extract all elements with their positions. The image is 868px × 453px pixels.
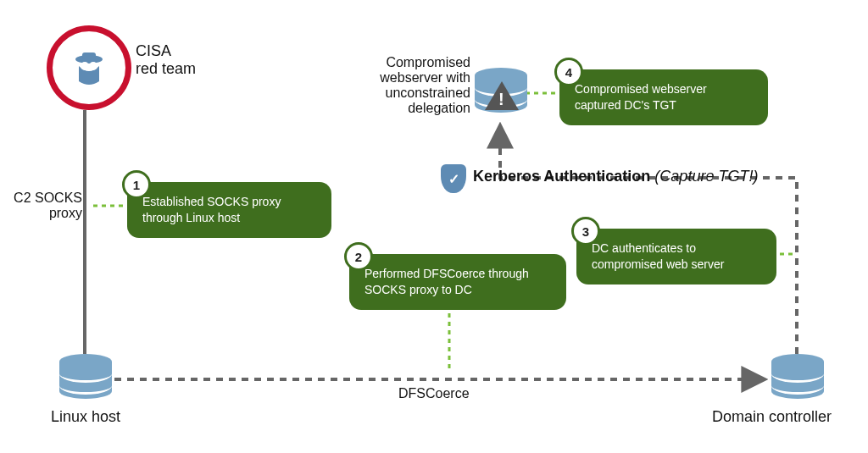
step-2-badge: 2 bbox=[344, 242, 373, 271]
step-3-badge: 3 bbox=[571, 217, 600, 246]
node-compromised-webserver bbox=[475, 68, 527, 115]
step-1-box: Established SOCKS proxy through Linux ho… bbox=[127, 182, 331, 238]
database-icon bbox=[771, 354, 824, 401]
database-icon bbox=[59, 354, 112, 401]
svg-point-8 bbox=[81, 63, 88, 69]
step-4: 4 Compromised webserver captured DC's TG… bbox=[559, 69, 768, 125]
shield-check-icon: ✓ bbox=[441, 164, 466, 193]
warning-icon bbox=[485, 81, 519, 110]
threat-actor-icon bbox=[47, 25, 131, 110]
kerberos-strong: Kerberos Authentication bbox=[473, 168, 650, 185]
node-domain-controller bbox=[771, 354, 824, 401]
step-3-box: DC authenticates to compromised web serv… bbox=[576, 229, 776, 285]
step-4-box: Compromised webserver captured DC's TGT bbox=[559, 69, 768, 125]
actor-label: CISA red team bbox=[136, 42, 196, 78]
step-2: 2 Performed DFSCoerce through SOCKS prox… bbox=[349, 254, 566, 310]
edge-label-dfscoerce: DFSCoerce bbox=[398, 386, 470, 401]
step-3: 3 DC authenticates to compromised web se… bbox=[576, 229, 776, 285]
svg-point-9 bbox=[90, 63, 97, 69]
kerberos-note: (Capture TGT!) bbox=[650, 168, 758, 185]
diagram-stage: CISA red team C2 SOCKS proxy 1 Establish… bbox=[0, 0, 868, 453]
step-4-badge: 4 bbox=[554, 58, 583, 86]
step-2-box: Performed DFSCoerce through SOCKS proxy … bbox=[349, 254, 566, 310]
svg-rect-7 bbox=[82, 52, 96, 59]
label-domain-controller: Domain controller bbox=[712, 408, 832, 426]
edge-label-kerberos: Kerberos Authentication (Capture TGT!) bbox=[473, 168, 758, 185]
spy-icon bbox=[69, 47, 109, 88]
label-compromised-webserver: Compromised webserver with unconstrained… bbox=[348, 55, 470, 116]
node-linux-host bbox=[59, 354, 112, 401]
edge-label-c2-socks: C2 SOCKS proxy bbox=[10, 191, 82, 221]
step-1: 1 Established SOCKS proxy through Linux … bbox=[127, 182, 331, 238]
label-linux-host: Linux host bbox=[51, 408, 120, 426]
actor-red-team bbox=[47, 25, 131, 110]
step-1-badge: 1 bbox=[122, 170, 151, 199]
